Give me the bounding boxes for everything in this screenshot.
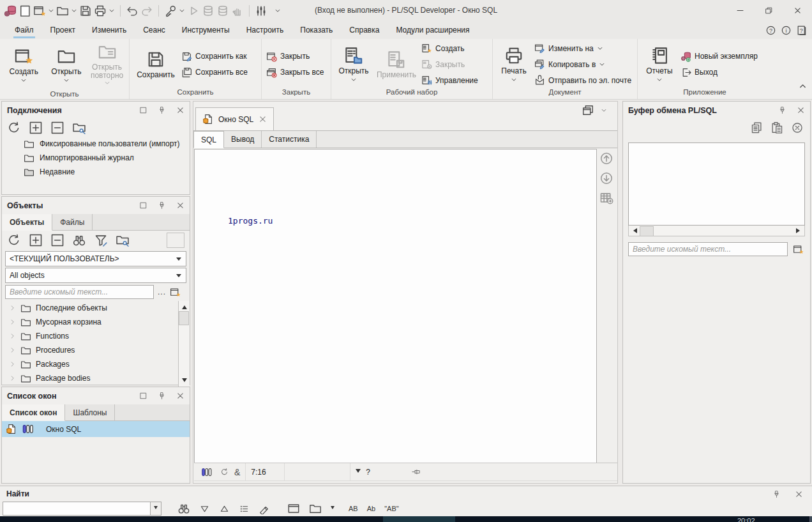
stacked-windows-icon[interactable]	[582, 104, 594, 117]
maximize-panel-icon[interactable]	[139, 201, 147, 210]
clear-highlight-icon[interactable]	[259, 503, 269, 514]
open-button[interactable]: Открыть	[46, 45, 87, 86]
case-sensitive-toggle[interactable]: AB	[349, 505, 358, 512]
remove-icon[interactable]	[50, 121, 64, 135]
case-any-toggle[interactable]: Ab	[367, 505, 375, 512]
menu-plugins[interactable]: Модули расширения	[387, 21, 477, 39]
tree-item[interactable]: Мусорная корзина	[2, 315, 190, 329]
chevron-down-icon[interactable]	[71, 8, 77, 14]
object-filter-select[interactable]: All objects	[5, 268, 186, 283]
pin-icon[interactable]	[772, 490, 781, 498]
tree-item[interactable]: Фиксированные пользователи (импорт)	[2, 137, 190, 151]
chevron-down-icon[interactable]	[48, 8, 54, 14]
scroll-down-arrow[interactable]	[179, 376, 190, 387]
preferences-icon[interactable]	[255, 4, 267, 17]
undo-icon[interactable]	[126, 4, 139, 17]
exit-button[interactable]: Выход	[680, 66, 758, 79]
chevron-down-icon[interactable]	[179, 8, 185, 14]
menu-session[interactable]: Сеанс	[135, 21, 174, 39]
print-button[interactable]: Печать	[496, 44, 532, 85]
clear-circle-icon[interactable]	[791, 121, 804, 134]
copy-to-button[interactable]: Копировать в	[534, 58, 631, 70]
scroll-thumb[interactable]	[179, 311, 189, 325]
remove-icon[interactable]	[50, 233, 64, 247]
add-icon[interactable]	[29, 233, 43, 247]
dropdown-arrow[interactable]	[331, 506, 335, 511]
menu-view[interactable]: Показать	[292, 21, 341, 39]
tree-item[interactable]: Procedures	[2, 343, 190, 357]
folder-configure-icon[interactable]	[116, 233, 130, 247]
print-icon[interactable]	[94, 4, 107, 17]
clipboard-content[interactable]	[628, 142, 805, 226]
menu-edit[interactable]: Изменить	[84, 21, 135, 39]
close-icon[interactable]	[795, 490, 803, 498]
table-export-icon[interactable]	[599, 191, 613, 205]
scroll-down-circle-icon[interactable]	[599, 171, 613, 185]
pin-icon[interactable]	[158, 392, 166, 400]
send-mail-button[interactable]: Отправить по эл. почте	[534, 74, 631, 86]
filter-icon[interactable]	[94, 233, 108, 247]
scroll-left-arrow[interactable]	[629, 226, 639, 235]
menu-tools[interactable]: Инструменты	[174, 21, 238, 39]
chevron-right-icon[interactable]	[10, 375, 16, 381]
tab-files[interactable]: Файлы	[52, 214, 93, 230]
horizontal-scrollbar[interactable]	[628, 226, 805, 236]
help-book-icon[interactable]: ?	[796, 25, 807, 36]
tree-item[interactable]: Импортированный журнал	[2, 151, 190, 165]
show-desktop-button[interactable]	[809, 516, 812, 522]
save-as-button[interactable]: Сохранить как	[181, 50, 248, 63]
maximize-panel-icon[interactable]	[139, 392, 147, 400]
refresh-icon[interactable]	[7, 233, 21, 247]
scroll-up-arrow[interactable]	[179, 301, 190, 311]
list-results-icon[interactable]	[239, 503, 250, 514]
chevron-right-icon[interactable]	[10, 305, 16, 311]
new-window-icon[interactable]	[33, 4, 46, 17]
window-icon[interactable]	[287, 502, 300, 515]
info-circle-icon[interactable]: i	[781, 25, 792, 36]
os-taskbar[interactable]: 20:02	[0, 516, 812, 522]
collapse-ribbon-icon[interactable]	[799, 82, 807, 90]
maximize-panel-icon[interactable]	[139, 106, 147, 114]
blank-document-icon[interactable]	[19, 4, 31, 17]
vertical-scrollbar[interactable]	[178, 301, 190, 387]
find-icon[interactable]	[177, 502, 190, 515]
tree-item[interactable]: Package bodies	[2, 371, 190, 385]
menu-help[interactable]: Справка	[341, 21, 387, 39]
paste-icon[interactable]	[771, 121, 783, 134]
chevron-down-icon[interactable]	[601, 107, 607, 114]
document-tab-sql-window[interactable]: Окно SQL	[195, 107, 274, 130]
search-input[interactable]	[628, 242, 788, 256]
close-icon[interactable]	[797, 106, 805, 114]
copy-icon[interactable]	[750, 121, 763, 134]
tab-objects[interactable]: Объекты	[2, 214, 52, 231]
scroll-thumb[interactable]	[640, 226, 654, 236]
close-icon[interactable]	[176, 392, 184, 400]
more-button[interactable]: ...	[158, 288, 166, 296]
close-tab-icon[interactable]	[259, 115, 267, 123]
sql-editor[interactable]: 1progs.ru	[194, 149, 597, 463]
menu-project[interactable]: Проект	[42, 21, 84, 39]
pin-icon[interactable]	[158, 201, 166, 210]
subtab-output[interactable]: Вывод	[224, 131, 262, 148]
taskbar-button[interactable]	[383, 516, 455, 522]
search-down-icon[interactable]	[199, 503, 210, 514]
close-window-button[interactable]: Закрыть	[266, 50, 324, 63]
dropdown-arrow[interactable]	[356, 469, 361, 475]
change-to-button[interactable]: Изменить на	[534, 42, 631, 54]
rotate-icon[interactable]	[220, 467, 229, 477]
new-instance-button[interactable]: Новый экземпляр	[680, 50, 758, 63]
subtab-statistics[interactable]: Статистика	[262, 131, 317, 148]
folder-icon[interactable]	[309, 502, 322, 515]
help-circle-icon[interactable]: ?	[765, 25, 776, 36]
save-icon[interactable]	[79, 4, 92, 17]
new-window-icon[interactable]	[793, 244, 804, 255]
tree-item[interactable]: Packages	[2, 357, 190, 371]
close-icon[interactable]	[176, 106, 184, 114]
tree-item[interactable]: Недавние	[2, 165, 190, 179]
whole-word-toggle[interactable]: "AB"	[384, 505, 398, 512]
find-input[interactable]	[3, 502, 151, 516]
scroll-right-arrow[interactable]	[794, 226, 804, 235]
chevron-down-icon[interactable]	[109, 8, 115, 14]
refresh-icon[interactable]	[7, 121, 21, 135]
restore-button[interactable]	[755, 0, 783, 21]
